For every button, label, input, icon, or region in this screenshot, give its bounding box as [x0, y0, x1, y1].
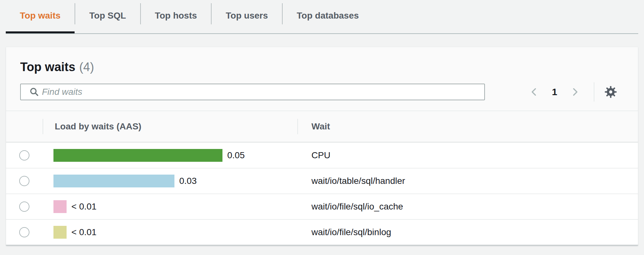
search-input[interactable] — [42, 85, 479, 99]
load-bar — [53, 226, 67, 239]
chevron-left-icon — [529, 87, 539, 97]
load-value: 0.03 — [179, 176, 197, 186]
panel-title-row: Top waits (4) — [20, 60, 624, 74]
tab-bar: Top waits Top SQL Top hosts Top users To… — [6, 0, 638, 34]
panel-title: Top waits — [20, 60, 75, 74]
search-row: 1 — [20, 82, 624, 102]
table-row: < 0.01 wait/io/file/sql/io_cache — [6, 193, 638, 219]
column-resize-divider[interactable] — [297, 119, 298, 134]
selection-column-header — [6, 111, 43, 142]
tab-top-users[interactable]: Top users — [212, 0, 282, 33]
table-row: < 0.01 wait/io/file/sql/binlog — [6, 219, 638, 245]
load-column-header: Load by waits (AAS) — [43, 111, 297, 142]
pagination-and-settings: 1 — [524, 82, 619, 102]
chevron-right-icon — [570, 87, 580, 97]
wait-cell: wait/io/file/sql/io_cache — [297, 202, 638, 212]
load-value: < 0.01 — [71, 202, 97, 212]
previous-page-button[interactable] — [524, 87, 545, 97]
panel-tools: Top waits (4) 1 — [6, 47, 638, 111]
table-row: 0.05 CPU — [6, 142, 638, 168]
row-radio-button[interactable] — [19, 202, 29, 212]
search-icon — [29, 87, 39, 97]
tab-top-waits[interactable]: Top waits — [6, 0, 75, 33]
tools-divider — [594, 82, 594, 102]
load-column-label: Load by waits (AAS) — [55, 121, 141, 132]
current-page-number: 1 — [545, 86, 564, 97]
row-radio-button[interactable] — [19, 176, 29, 186]
table-row: 0.03 wait/io/table/sql/handler — [6, 168, 638, 193]
wait-cell: CPU — [297, 150, 638, 160]
tab-top-hosts[interactable]: Top hosts — [141, 0, 211, 33]
wait-column-header: Wait — [297, 111, 638, 142]
tab-label: Top SQL — [89, 11, 126, 21]
table-settings-button[interactable] — [603, 84, 619, 100]
tab-label: Top databases — [297, 11, 359, 21]
load-cell: 0.05 — [43, 149, 297, 162]
next-page-button[interactable] — [564, 87, 585, 97]
radio-cell — [6, 227, 43, 237]
load-bar — [53, 175, 174, 187]
row-radio-button[interactable] — [19, 227, 29, 237]
tab-label: Top waits — [20, 11, 60, 21]
load-value: < 0.01 — [71, 227, 97, 237]
column-resize-divider[interactable] — [43, 119, 43, 134]
tab-label: Top users — [226, 11, 268, 21]
load-bar — [53, 200, 67, 213]
load-cell: 0.03 — [43, 175, 297, 187]
radio-cell — [6, 150, 43, 160]
load-cell: < 0.01 — [43, 226, 297, 239]
tab-top-sql[interactable]: Top SQL — [75, 0, 140, 33]
radio-cell — [6, 202, 43, 212]
load-cell: < 0.01 — [43, 200, 297, 213]
panel-count-badge: (4) — [79, 60, 94, 74]
load-value: 0.05 — [227, 150, 245, 160]
tab-top-databases[interactable]: Top databases — [283, 0, 373, 33]
tab-label: Top hosts — [155, 11, 197, 21]
radio-cell — [6, 176, 43, 186]
wait-cell: wait/io/table/sql/handler — [297, 176, 638, 186]
top-waits-panel: Top waits (4) 1 — [6, 47, 638, 245]
wait-cell: wait/io/file/sql/binlog — [297, 227, 638, 237]
load-bar — [53, 149, 222, 162]
gear-icon — [604, 85, 617, 99]
table-header-row: Load by waits (AAS) Wait — [6, 111, 638, 142]
search-box — [20, 84, 485, 100]
row-radio-button[interactable] — [19, 150, 29, 160]
wait-column-label: Wait — [311, 121, 330, 132]
